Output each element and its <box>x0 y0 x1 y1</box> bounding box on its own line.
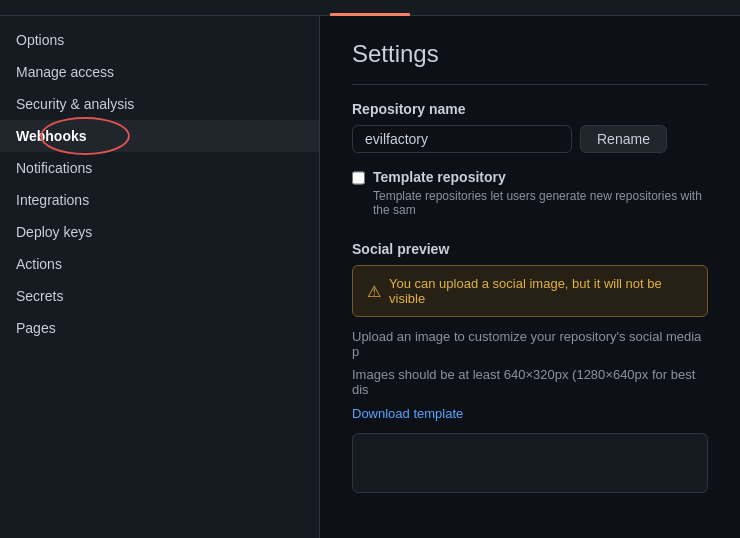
sidebar-item-label: Webhooks <box>16 128 87 144</box>
repo-name-row: Rename <box>352 125 708 153</box>
sidebar-item-pages[interactable]: Pages <box>0 312 319 344</box>
download-template-link[interactable]: Download template <box>352 406 463 421</box>
sidebar-item-deploy-keys[interactable]: Deploy keys <box>0 216 319 248</box>
sidebar-item-manage-access[interactable]: Manage access <box>0 56 319 88</box>
sidebar: Options Manage access Security & analysi… <box>0 16 320 538</box>
template-row: Template repository Template repositorie… <box>352 169 708 217</box>
layout: Options Manage access Security & analysi… <box>0 16 740 538</box>
sidebar-item-label: Integrations <box>16 192 89 208</box>
sidebar-item-label: Pages <box>16 320 56 336</box>
sidebar-item-label: Manage access <box>16 64 114 80</box>
sidebar-item-security-analysis[interactable]: Security & analysis <box>0 88 319 120</box>
sidebar-item-secrets[interactable]: Secrets <box>0 280 319 312</box>
template-label: Template repository <box>373 169 708 185</box>
repo-name-input[interactable] <box>352 125 572 153</box>
sidebar-item-label: Deploy keys <box>16 224 92 240</box>
sidebar-item-notifications[interactable]: Notifications <box>0 152 319 184</box>
sidebar-item-webhooks[interactable]: Webhooks <box>0 120 319 152</box>
template-info: Template repository Template repositorie… <box>373 169 708 217</box>
sidebar-item-label: Secrets <box>16 288 63 304</box>
sidebar-item-actions[interactable]: Actions <box>0 248 319 280</box>
rename-button[interactable]: Rename <box>580 125 667 153</box>
main-content: Settings Repository name Rename Template… <box>320 16 740 538</box>
repo-name-label: Repository name <box>352 101 708 117</box>
sidebar-item-label: Actions <box>16 256 62 272</box>
sidebar-item-options[interactable]: Options <box>0 24 319 56</box>
sidebar-item-label: Options <box>16 32 64 48</box>
social-preview-box <box>352 433 708 493</box>
warning-icon: ⚠ <box>367 282 381 301</box>
warning-banner: ⚠ You can upload a social image, but it … <box>352 265 708 317</box>
social-preview-title: Social preview <box>352 241 708 257</box>
sidebar-item-label: Security & analysis <box>16 96 134 112</box>
page-title: Settings <box>352 40 708 85</box>
top-bar <box>0 0 740 16</box>
image-info: Images should be at least 640×320px (128… <box>352 367 708 397</box>
upload-desc: Upload an image to customize your reposi… <box>352 329 708 359</box>
template-checkbox[interactable] <box>352 171 365 185</box>
warning-text: You can upload a social image, but it wi… <box>389 276 693 306</box>
sidebar-item-label: Notifications <box>16 160 92 176</box>
sidebar-item-integrations[interactable]: Integrations <box>0 184 319 216</box>
template-desc: Template repositories let users generate… <box>373 189 708 217</box>
